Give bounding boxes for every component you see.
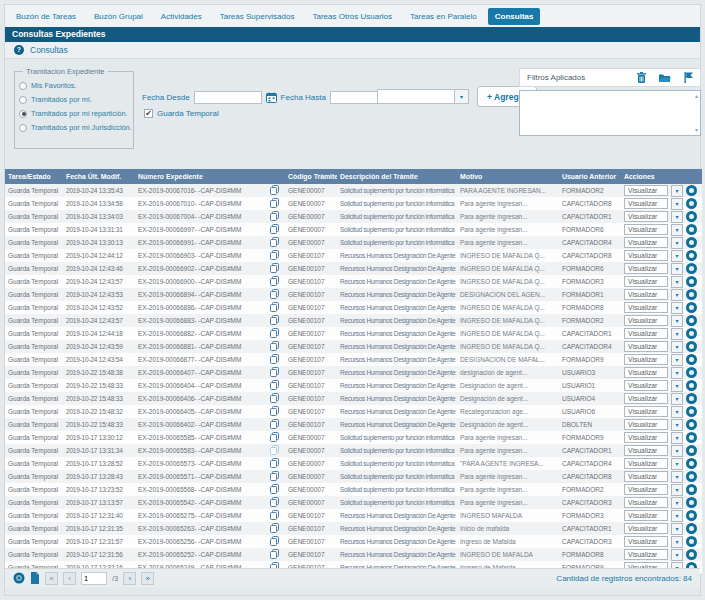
page-number-input[interactable]: [81, 572, 107, 585]
visualizar-caret-icon[interactable]: ▾: [671, 445, 683, 457]
tab[interactable]: Tareas Supervisados: [213, 8, 302, 25]
copy-expediente-icon[interactable]: [270, 419, 279, 429]
visualizar-caret-icon[interactable]: ▾: [671, 536, 683, 548]
copy-expediente-icon[interactable]: [270, 276, 279, 286]
filtros-aplicados-listbox[interactable]: ▴ ▾: [519, 90, 701, 136]
row-detail-icon[interactable]: [686, 393, 697, 404]
visualizar-caret-icon[interactable]: ▾: [671, 419, 683, 431]
copy-expediente-icon[interactable]: [270, 289, 279, 299]
row-detail-icon[interactable]: [686, 445, 697, 456]
copy-expediente-icon[interactable]: [270, 315, 279, 325]
next-page-button[interactable]: ›: [123, 572, 136, 585]
visualizar-caret-icon[interactable]: ▾: [671, 237, 683, 249]
copy-expediente-icon[interactable]: [270, 354, 279, 364]
row-detail-icon[interactable]: [686, 354, 697, 365]
row-detail-icon[interactable]: [686, 198, 697, 209]
refresh-icon[interactable]: [13, 572, 25, 584]
row-detail-icon[interactable]: [686, 237, 697, 248]
row-detail-icon[interactable]: [686, 341, 697, 352]
visualizar-caret-icon[interactable]: ▾: [671, 367, 683, 379]
row-detail-icon[interactable]: [686, 315, 697, 326]
visualizar-caret-icon[interactable]: ▾: [671, 185, 683, 197]
copy-expediente-icon[interactable]: [270, 445, 279, 455]
radio-option[interactable]: Mis Favoritos.: [19, 81, 133, 90]
row-detail-icon[interactable]: [686, 510, 697, 521]
tab[interactable]: Buzón Grupal: [87, 8, 150, 25]
tab[interactable]: Consultas: [488, 8, 541, 25]
visualizar-caret-icon[interactable]: ▾: [671, 523, 683, 535]
delete-filter-icon[interactable]: [637, 72, 646, 83]
row-detail-icon[interactable]: [686, 250, 697, 261]
last-page-button[interactable]: »: [141, 572, 154, 585]
row-detail-icon[interactable]: [686, 224, 697, 235]
visualizar-select[interactable]: Visualizar: [624, 276, 668, 287]
visualizar-select[interactable]: Visualizar: [624, 380, 668, 391]
visualizar-select[interactable]: Visualizar: [624, 302, 668, 313]
copy-expediente-icon[interactable]: [270, 393, 279, 403]
visualizar-caret-icon[interactable]: ▾: [671, 484, 683, 496]
copy-expediente-icon[interactable]: [270, 471, 279, 481]
row-detail-icon[interactable]: [686, 328, 697, 339]
radio-icon[interactable]: [19, 96, 27, 104]
row-detail-icon[interactable]: [686, 289, 697, 300]
row-detail-icon[interactable]: [686, 549, 697, 560]
tab[interactable]: Actividades: [154, 8, 209, 25]
visualizar-caret-icon[interactable]: ▾: [671, 393, 683, 405]
copy-expediente-icon[interactable]: [270, 250, 279, 260]
tab[interactable]: Tareas Otros Usuarios: [305, 8, 399, 25]
visualizar-select[interactable]: Visualizar: [624, 419, 668, 430]
open-folder-icon[interactable]: [659, 73, 671, 83]
save-flag-icon[interactable]: [684, 72, 693, 83]
row-detail-icon[interactable]: [686, 211, 697, 222]
filtro-campo-select[interactable]: [377, 89, 455, 104]
calendar-desde-icon[interactable]: [266, 92, 277, 103]
visualizar-select[interactable]: Visualizar: [624, 432, 668, 443]
visualizar-select[interactable]: Visualizar: [624, 497, 668, 508]
visualizar-select[interactable]: Visualizar: [624, 224, 668, 235]
row-detail-icon[interactable]: [686, 458, 697, 469]
scroll-down-icon[interactable]: ▾: [695, 127, 698, 133]
copy-expediente-icon[interactable]: [270, 198, 279, 208]
visualizar-select[interactable]: Visualizar: [624, 510, 668, 521]
visualizar-select[interactable]: Visualizar: [624, 354, 668, 365]
visualizar-select[interactable]: Visualizar: [624, 406, 668, 417]
copy-expediente-icon[interactable]: [270, 341, 279, 351]
visualizar-select[interactable]: Visualizar: [624, 237, 668, 248]
copy-expediente-icon[interactable]: [270, 237, 279, 247]
copy-expediente-icon[interactable]: [270, 458, 279, 468]
copy-expediente-icon[interactable]: [270, 536, 279, 546]
visualizar-select[interactable]: Visualizar: [624, 536, 668, 547]
copy-expediente-icon[interactable]: [270, 302, 279, 312]
visualizar-select[interactable]: Visualizar: [624, 523, 668, 534]
row-detail-icon[interactable]: [686, 471, 697, 482]
visualizar-select[interactable]: Visualizar: [624, 328, 668, 339]
tab[interactable]: Tareas en Paralelo: [403, 8, 484, 25]
row-detail-icon[interactable]: [686, 276, 697, 287]
visualizar-select[interactable]: Visualizar: [624, 549, 668, 560]
row-detail-icon[interactable]: [686, 484, 697, 495]
row-detail-icon[interactable]: [686, 406, 697, 417]
visualizar-select[interactable]: Visualizar: [624, 250, 668, 261]
visualizar-caret-icon[interactable]: ▾: [671, 471, 683, 483]
help-icon[interactable]: ?: [14, 45, 24, 55]
visualizar-select[interactable]: Visualizar: [624, 263, 668, 274]
copy-expediente-icon[interactable]: [270, 549, 279, 559]
visualizar-select[interactable]: Visualizar: [624, 341, 668, 352]
radio-option[interactable]: Tramitados por mi Jurisdicción.: [19, 123, 133, 132]
row-detail-icon[interactable]: [686, 523, 697, 534]
row-detail-icon[interactable]: [686, 263, 697, 274]
row-detail-icon[interactable]: [686, 302, 697, 313]
visualizar-caret-icon[interactable]: ▾: [671, 289, 683, 301]
visualizar-select[interactable]: Visualizar: [624, 445, 668, 456]
visualizar-caret-icon[interactable]: ▾: [671, 302, 683, 314]
row-detail-icon[interactable]: [686, 185, 697, 196]
visualizar-select[interactable]: Visualizar: [624, 315, 668, 326]
visualizar-caret-icon[interactable]: ▾: [671, 250, 683, 262]
copy-expediente-icon[interactable]: [270, 510, 279, 520]
row-detail-icon[interactable]: [686, 367, 697, 378]
visualizar-select[interactable]: Visualizar: [624, 289, 668, 300]
visualizar-caret-icon[interactable]: ▾: [671, 380, 683, 392]
copy-expediente-icon[interactable]: [270, 211, 279, 221]
visualizar-select[interactable]: Visualizar: [624, 185, 668, 196]
radio-icon[interactable]: [19, 110, 27, 118]
